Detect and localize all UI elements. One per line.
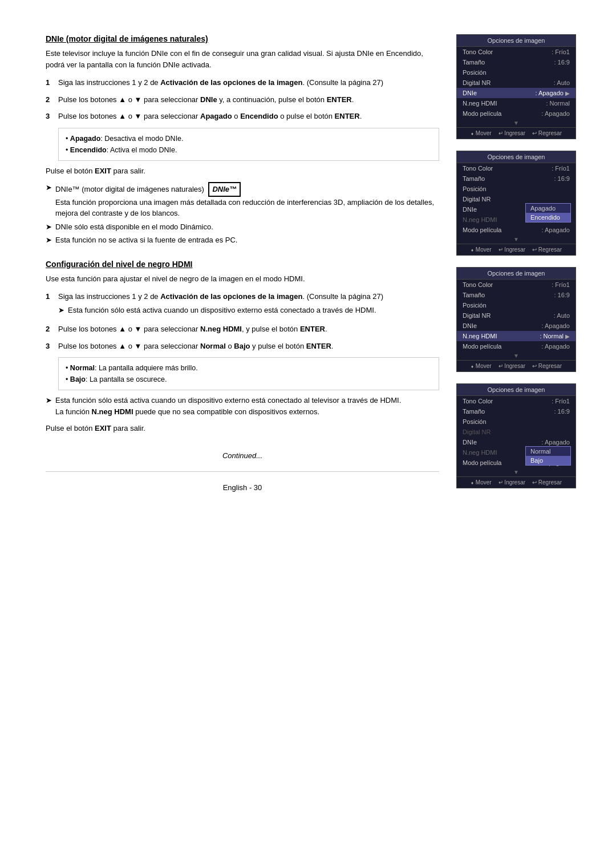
panel4-row-digitalnr: Digital NR — [457, 427, 576, 437]
panel3-row-tamano: Tamaño: 16:9 — [457, 290, 576, 300]
panel3-row-modopeli: Modo película: Apagado — [457, 341, 576, 351]
right-column: Opciones de imagen Tono Color: Frío1 Tam… — [456, 34, 582, 503]
step2-num: 2 — [46, 94, 54, 106]
continued-text: Continued... — [46, 451, 439, 460]
panel3-row-dnie: DNIe: Apagado — [457, 321, 576, 331]
tv-panel-3: Opciones de imagen Tono Color: Frío1 Tam… — [456, 267, 576, 372]
panel2-row-tamano: Tamaño: 16:9 — [457, 173, 576, 184]
panel1-footer-enter: ↵ Ingresar — [499, 130, 525, 136]
arrow-icon-2: ➤ — [46, 221, 52, 233]
hdmi-step1-note-text: Esta función sólo está activa cuando un … — [68, 305, 376, 316]
hdmi-infobox: • Normal: La pantalla adquiere más brill… — [58, 357, 439, 390]
hdmi-step1-num: 1 — [46, 291, 54, 318]
tv-panel-1: Opciones de imagen Tono Color: Frío1 Tam… — [456, 34, 576, 139]
panel2-row-posicion: Posición — [457, 184, 576, 194]
panel2-row-modopeli: Modo película: Apagado — [457, 225, 576, 235]
dnie-logo: DNIe™ — [208, 182, 241, 197]
panel2-dropdown-encendido: Encendido — [526, 213, 570, 222]
panel4-nneg-area: N.neg HDMI Normal Bajo — [457, 447, 576, 458]
panel4-row-tamano: Tamaño: 16:9 — [457, 406, 576, 417]
hdmi-step3: 3 Pulse los botones ▲ o ▼ para seleccion… — [46, 341, 439, 352]
panel3-footer-back: ↩ Regresar — [532, 363, 562, 369]
pulse-exit-2: Pulse el botón EXIT para salir. — [46, 423, 439, 434]
section2-title: Configuración del nivel de negro HDMI — [46, 260, 439, 269]
hdmi-step1-content: Siga las instrucciones 1 y 2 de Activaci… — [58, 291, 439, 318]
step1: 1 Siga las instrucciones 1 y 2 de Activa… — [46, 77, 439, 88]
panel1-footer: ⬧ Mover ↵ Ingresar ↩ Regresar — [457, 127, 576, 139]
panel1-row-tamano: Tamaño: 16:9 — [457, 57, 576, 67]
hdmi-step2-num: 2 — [46, 324, 54, 335]
panel1-row-digitalnr: Digital NR: Auto — [457, 78, 576, 88]
panel3-arrow-right: ▶ — [565, 333, 570, 339]
panel2-dropdown-apagado: Apagado — [526, 204, 570, 213]
panel2-dropdown: Apagado Encendido — [525, 203, 571, 223]
panel1-row-nneghdmi: N.neg HDMI: Normal — [457, 98, 576, 108]
panel1-row-modopeli: Modo película: Apagado — [457, 108, 576, 119]
panel1-footer-move: ⬧ Mover — [471, 130, 492, 136]
panel1-header: Opciones de imagen — [457, 35, 576, 47]
hdmi-step3-num: 3 — [46, 341, 54, 352]
pulse-exit-1: Pulse el botón EXIT para salir. — [46, 165, 439, 177]
hdmi-note1-text: Esta función sólo está activa cuando un … — [55, 395, 401, 417]
panel4-footer-move: ⬧ Mover — [471, 479, 492, 486]
panel3-row-posicion: Posición — [457, 300, 576, 310]
step3-num: 3 — [46, 111, 54, 122]
step1-content: Siga las instrucciones 1 y 2 de Activaci… — [58, 77, 439, 88]
panel4-dropdown-normal: Normal — [526, 447, 570, 456]
arrow-icon-3: ➤ — [46, 234, 52, 246]
dnie-note1-text: DNIe™ (motor digital de imágenes natural… — [55, 182, 439, 219]
panel4-footer: ⬧ Mover ↵ Ingresar ↩ Regresar — [457, 476, 576, 488]
panel4-row-tonocolor: Tono Color: Frío1 — [457, 396, 576, 406]
panel2-footer: ⬧ Mover ↵ Ingresar ↩ Regresar — [457, 244, 576, 255]
section1-intro: Este televisor incluye la función DNIe c… — [46, 48, 439, 70]
panel2-dnie-area: DNIe Apagado Encendido — [457, 204, 576, 215]
panel3-row-nneghdmi: N.neg HDMI : Normal ▶ — [457, 331, 576, 341]
dnie-note3: ➤ Esta función no se activa si la fuente… — [46, 234, 439, 246]
left-column: DNIe (motor digital de imágenes naturale… — [46, 34, 439, 503]
panel4-row-posicion: Posición — [457, 417, 576, 427]
panel3-row-digitalnr: Digital NR: Auto — [457, 310, 576, 321]
step2-content: Pulse los botones ▲ o ▼ para seleccionar… — [58, 94, 439, 106]
page-footer: English - 30 — [46, 471, 439, 503]
panel3-footer-move: ⬧ Mover — [471, 363, 492, 369]
panel1-arrow-right: ▶ — [565, 90, 570, 96]
panel1-row-tonocolor: Tono Color: Frío1 — [457, 47, 576, 57]
panel2-row-tonocolor: Tono Color: Frío1 — [457, 163, 576, 173]
panel2-footer-enter: ↵ Ingresar — [499, 246, 525, 253]
tv-panel-2: Opciones de imagen Tono Color: Frío1 Tam… — [456, 151, 576, 256]
dnie-note3-text: Esta función no se activa si la fuente d… — [55, 234, 237, 246]
panel2-footer-move: ⬧ Mover — [471, 246, 492, 253]
step3-content: Pulse los botones ▲ o ▼ para seleccionar… — [58, 111, 439, 122]
panel3-header: Opciones de imagen — [457, 268, 576, 280]
arrow-icon-4: ➤ — [58, 305, 64, 316]
step3: 3 Pulse los botones ▲ o ▼ para seleccion… — [46, 111, 439, 122]
panel1-row-posicion: Posición — [457, 67, 576, 78]
panel4-footer-back: ↩ Regresar — [532, 479, 562, 486]
panel3-footer-enter: ↵ Ingresar — [499, 363, 525, 369]
arrow-icon-5: ➤ — [46, 395, 52, 417]
hdmi-infobox-line2: • Bajo: La pantalla se oscurece. — [66, 374, 432, 385]
panel3-footer: ⬧ Mover ↵ Ingresar ↩ Regresar — [457, 360, 576, 371]
hdmi-infobox-line1: • Normal: La pantalla adquiere más brill… — [66, 362, 432, 374]
dnie-note2: ➤ DNIe sólo está disponible en el modo D… — [46, 221, 439, 233]
dnie-notes: ➤ DNIe™ (motor digital de imágenes natur… — [46, 182, 439, 246]
section1-title: DNIe (motor digital de imágenes naturale… — [46, 34, 439, 43]
hdmi-note1: ➤ Esta función sólo está activa cuando u… — [46, 395, 439, 417]
panel2-header: Opciones de imagen — [457, 151, 576, 163]
step2: 2 Pulse los botones ▲ o ▼ para seleccion… — [46, 94, 439, 106]
step1-num: 1 — [46, 77, 54, 88]
hdmi-step3-content: Pulse los botones ▲ o ▼ para seleccionar… — [58, 341, 439, 352]
hdmi-step2: 2 Pulse los botones ▲ o ▼ para seleccion… — [46, 324, 439, 335]
panel3-row-tonocolor: Tono Color: Frío1 — [457, 280, 576, 290]
arrow-icon-1: ➤ — [46, 182, 52, 219]
section2-intro: Use esta función para ajustar el nivel d… — [46, 273, 439, 285]
panel2-footer-back: ↩ Regresar — [532, 246, 562, 253]
dnie-note2-text: DNIe sólo está disponible en el modo Din… — [55, 221, 213, 233]
hdmi-step2-content: Pulse los botones ▲ o ▼ para seleccionar… — [58, 324, 439, 335]
panel1-footer-back: ↩ Regresar — [532, 130, 562, 136]
panel4-header: Opciones de imagen — [457, 384, 576, 396]
panel4-dropdown: Normal Bajo — [525, 446, 571, 466]
infobox-line1: • Apagado: Desactiva el modo DNIe. — [66, 133, 432, 144]
hdmi-step1: 1 Siga las instrucciones 1 y 2 de Activa… — [46, 291, 439, 318]
dnie-infobox: • Apagado: Desactiva el modo DNIe. • Enc… — [58, 128, 439, 161]
